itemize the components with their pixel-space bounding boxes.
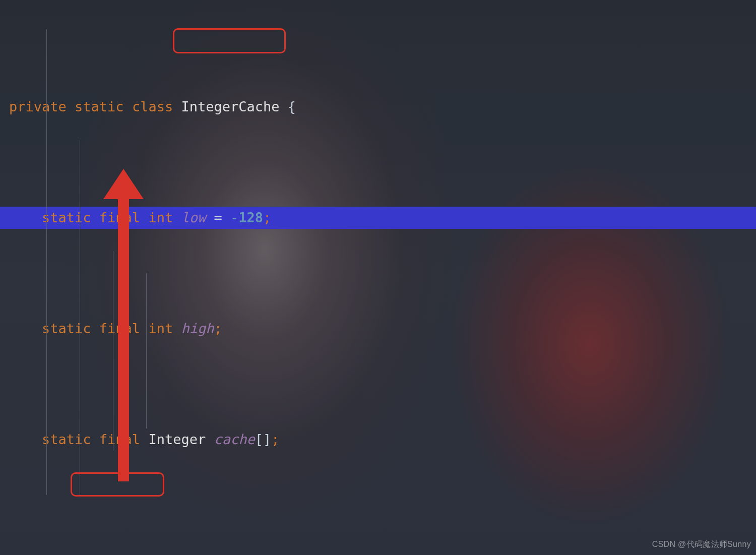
keyword-final: final (99, 318, 140, 340)
keyword-private: private (9, 96, 67, 118)
indent-guide (80, 140, 80, 495)
keyword-int: int (148, 318, 173, 340)
field-high: high (181, 318, 214, 340)
code-block: private static class IntegerCache { stat… (9, 7, 756, 555)
code-line: private static class IntegerCache { (9, 96, 756, 118)
code-line: static final int high; (9, 318, 756, 340)
keyword-final: final (99, 428, 140, 451)
keyword-static: static (42, 207, 91, 229)
minus-sign: - (230, 207, 238, 229)
keyword-class: class (132, 96, 173, 118)
keyword-int: int (148, 207, 173, 229)
code-line: static final Integer cache[]; (9, 428, 756, 451)
keyword-static: static (75, 96, 124, 118)
number-128: 128 (238, 207, 263, 229)
code-line-blank (9, 517, 756, 539)
equals: = (206, 207, 230, 229)
code-line-highlighted: static final int low = -128; (9, 207, 756, 229)
semicolon: ; (214, 318, 222, 340)
keyword-static: static (42, 318, 91, 340)
code-editor-screenshot: private static class IntegerCache { stat… (0, 0, 756, 555)
class-name: IntegerCache (181, 96, 279, 118)
brackets: [] (255, 428, 272, 451)
brace: { (288, 96, 296, 118)
keyword-static: static (42, 428, 91, 451)
semicolon: ; (263, 207, 271, 229)
type-integer: Integer (148, 428, 206, 451)
indent-guide (46, 29, 47, 495)
field-cache: cache (214, 428, 255, 451)
field-low: low (181, 207, 206, 229)
indent-guide (146, 273, 147, 428)
keyword-final: final (99, 207, 140, 229)
semicolon: ; (271, 428, 279, 451)
watermark-text: CSDN @代码魔法师Sunny (652, 539, 751, 550)
indent-guide (113, 251, 113, 451)
